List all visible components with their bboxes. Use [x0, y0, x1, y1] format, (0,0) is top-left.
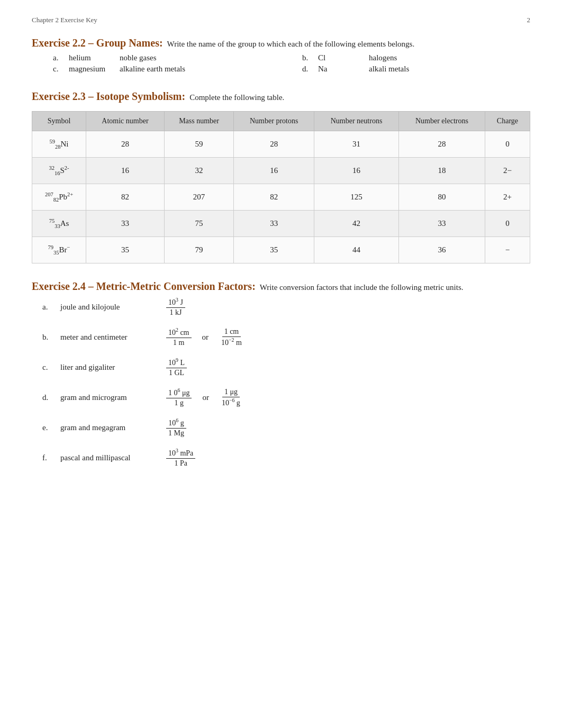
list-label: d. — [302, 65, 310, 74]
table-cell-protons: 16 — [234, 158, 314, 184]
table-row: 3216S2-16321616182− — [32, 158, 530, 184]
ex24-title: Exercise 2.4 – Metric-Metric Conversion … — [32, 280, 256, 293]
table-cell-charge: 2+ — [485, 184, 530, 211]
fraction-1: 106 g 1 Mg — [166, 417, 186, 438]
conv-desc: liter and gigaliter — [60, 363, 156, 372]
conv-label: b. — [42, 333, 50, 342]
table-cell-protons: 82 — [234, 184, 314, 211]
conversion-list: a. joule and kilojoule 103 J 1 kJ b. met… — [42, 297, 530, 468]
table-header-cell: Number protons — [234, 112, 314, 131]
or-text: or — [202, 393, 209, 402]
or-text: or — [202, 333, 209, 342]
conversion-item: b. meter and centimeter 102 cm 1 m or 1 … — [42, 327, 530, 348]
table-row: 5928Ni28592831280 — [32, 131, 530, 158]
table-header-cell: Atomic number — [86, 112, 165, 131]
symbol-cell: 7533As — [32, 211, 86, 237]
ex22-list: a. helium noble gasesb. Cl halogensc. ma… — [53, 53, 530, 74]
exercise-23: Exercise 2.3 – Isotope Symbolism: Comple… — [32, 90, 530, 263]
list-group: alkaline earth metals — [120, 65, 185, 74]
table-cell-electrons: 18 — [398, 158, 485, 184]
fraction-numerator: 103 J — [166, 297, 185, 308]
table-cell-atomic: 16 — [86, 158, 165, 184]
fraction-numerator: 106 g — [166, 417, 186, 429]
list-label: b. — [302, 53, 310, 62]
conv-label: f. — [42, 453, 50, 462]
fraction-numerator: 1 cm — [222, 327, 241, 337]
fraction-1: 109 L 1 GL — [166, 357, 187, 378]
ex23-title: Exercise 2.3 – Isotope Symbolism: — [32, 90, 185, 103]
fraction-2: 1 cm 10−2 m — [219, 327, 244, 348]
fraction-numerator: 1 06 μg — [166, 387, 192, 398]
fraction-denominator: 1 GL — [167, 368, 186, 378]
exercise-22: Exercise 2.2 – Group Names: Write the na… — [32, 37, 530, 74]
table-header-cell: Symbol — [32, 112, 86, 131]
fraction-denominator: 10−2 m — [219, 337, 244, 348]
fraction-1: 102 cm 1 m — [166, 327, 192, 348]
table-cell-protons: 28 — [234, 131, 314, 158]
table-cell-charge: 0 — [485, 211, 530, 237]
fraction-1: 103 mPa 1 Pa — [166, 448, 195, 468]
fraction-1: 103 J 1 kJ — [166, 297, 185, 317]
ex22-title: Exercise 2.2 – Group Names: — [32, 37, 163, 49]
list-item: a. helium noble gases — [53, 53, 281, 62]
list-item: b. Cl halogens — [302, 53, 530, 62]
table-cell-mass: 207 — [164, 184, 234, 211]
conv-label: e. — [42, 423, 50, 432]
table-cell-atomic: 35 — [86, 237, 165, 263]
list-label: a. — [53, 53, 60, 62]
table-cell-protons: 33 — [234, 211, 314, 237]
table-cell-charge: − — [485, 237, 530, 263]
table-cell-electrons: 28 — [398, 131, 485, 158]
list-item: c. magnesium alkaline earth metals — [53, 65, 281, 74]
table-row: 7935Br−3579354436− — [32, 237, 530, 263]
table-header-cell: Charge — [485, 112, 530, 131]
ex23-desc: Complete the following table. — [189, 93, 284, 102]
fraction-2: 1 μg 10−6 g — [220, 387, 242, 408]
conv-desc: meter and centimeter — [60, 333, 156, 342]
fraction-numerator: 103 mPa — [166, 448, 195, 459]
ex24-desc: Write conversion factors that include th… — [260, 283, 464, 292]
header-right: 2 — [527, 16, 531, 24]
table-cell-atomic: 33 — [86, 211, 165, 237]
fraction-denominator: 1 kJ — [167, 308, 184, 317]
symbol-cell: 5928Ni — [32, 131, 86, 158]
table-cell-atomic: 28 — [86, 131, 165, 158]
fraction-numerator: 109 L — [166, 357, 187, 368]
list-group: halogens — [369, 53, 397, 62]
table-cell-protons: 35 — [234, 237, 314, 263]
conversion-item: e. gram and megagram 106 g 1 Mg — [42, 417, 530, 438]
list-label: c. — [53, 65, 60, 74]
table-cell-atomic: 82 — [86, 184, 165, 211]
list-element: Cl — [318, 53, 360, 62]
table-cell-mass: 59 — [164, 131, 234, 158]
table-cell-neutrons: 42 — [314, 211, 399, 237]
fraction-denominator: 1 Pa — [172, 459, 189, 468]
symbol-cell: 3216S2- — [32, 158, 86, 184]
conversion-item: c. liter and gigaliter 109 L 1 GL — [42, 357, 530, 378]
conv-label: c. — [42, 363, 50, 372]
conv-desc: pascal and millipascal — [60, 453, 156, 462]
conversion-item: f. pascal and millipascal 103 mPa 1 Pa — [42, 448, 530, 468]
table-cell-neutrons: 16 — [314, 158, 399, 184]
header-left: Chapter 2 Exercise Key — [32, 16, 97, 24]
table-header-cell: Mass number — [164, 112, 234, 131]
fraction-denominator: 1 g — [172, 398, 186, 408]
table-header-cell: Number electrons — [398, 112, 485, 131]
symbol-cell: 7935Br− — [32, 237, 86, 263]
table-row: 7533As33753342330 — [32, 211, 530, 237]
conv-desc: gram and megagram — [60, 423, 156, 432]
conv-desc: gram and microgram — [60, 393, 156, 402]
table-cell-charge: 0 — [485, 131, 530, 158]
conv-label: a. — [42, 303, 50, 312]
table-cell-electrons: 33 — [398, 211, 485, 237]
table-cell-electrons: 36 — [398, 237, 485, 263]
conv-desc: joule and kilojoule — [60, 303, 156, 312]
list-group: noble gases — [120, 53, 157, 62]
fraction-numerator: 102 cm — [166, 327, 192, 338]
table-header-cell: Number neutrons — [314, 112, 399, 131]
table-cell-neutrons: 31 — [314, 131, 399, 158]
list-item: d. Na alkali metals — [302, 65, 530, 74]
ex22-desc: Write the name of the group to which eac… — [167, 40, 415, 49]
list-element: magnesium — [69, 65, 111, 74]
symbol-cell: 20782Pb2+ — [32, 184, 86, 211]
